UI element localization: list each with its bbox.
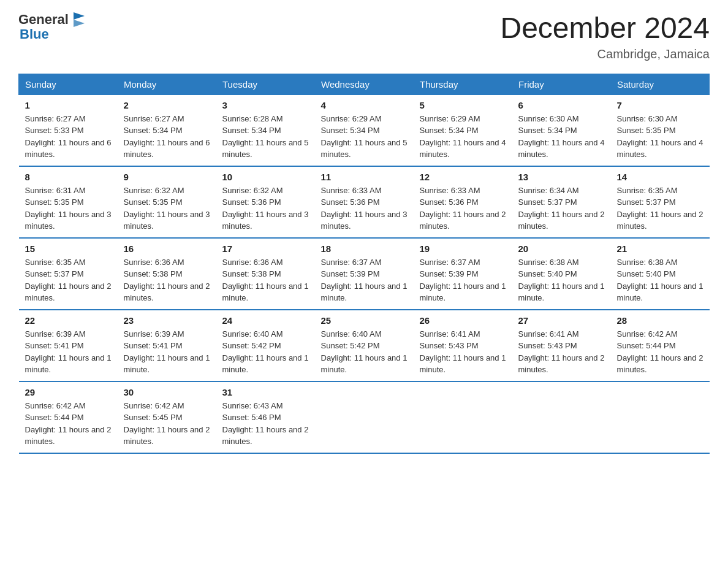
daylight-label: Daylight: 11 hours and 2 minutes. (124, 282, 210, 303)
day-info: Sunrise: 6:40 AM Sunset: 5:42 PM Dayligh… (222, 328, 309, 376)
sunrise-label: Sunrise: 6:28 AM (222, 114, 283, 123)
day-number: 18 (321, 243, 408, 254)
day-number: 29 (25, 387, 112, 397)
svg-marker-1 (74, 20, 85, 27)
table-row: 11 Sunrise: 6:33 AM Sunset: 5:36 PM Dayl… (315, 166, 414, 238)
svg-marker-0 (74, 12, 85, 20)
day-info: Sunrise: 6:36 AM Sunset: 5:38 PM Dayligh… (124, 256, 210, 304)
daylight-label: Daylight: 11 hours and 1 minute. (222, 282, 309, 303)
day-info: Sunrise: 6:41 AM Sunset: 5:43 PM Dayligh… (518, 328, 605, 376)
sunrise-label: Sunrise: 6:36 AM (222, 258, 283, 267)
sunset-label: Sunset: 5:41 PM (124, 341, 183, 350)
sunrise-label: Sunrise: 6:38 AM (617, 258, 678, 267)
calendar-table: Sunday Monday Tuesday Wednesday Thursday… (18, 74, 710, 454)
day-info: Sunrise: 6:37 AM Sunset: 5:39 PM Dayligh… (321, 256, 408, 304)
day-number: 5 (420, 100, 506, 110)
daylight-label: Daylight: 11 hours and 3 minutes. (25, 210, 112, 231)
day-info: Sunrise: 6:37 AM Sunset: 5:39 PM Dayligh… (420, 256, 506, 304)
daylight-label: Daylight: 11 hours and 2 minutes. (518, 353, 605, 375)
day-number: 21 (617, 243, 703, 254)
day-info: Sunrise: 6:39 AM Sunset: 5:41 PM Dayligh… (124, 328, 210, 376)
day-number: 25 (321, 315, 408, 326)
table-row: 25 Sunrise: 6:40 AM Sunset: 5:42 PM Dayl… (315, 310, 414, 381)
table-row: 12 Sunrise: 6:33 AM Sunset: 5:36 PM Dayl… (414, 166, 512, 238)
daylight-label: Daylight: 11 hours and 1 minute. (420, 282, 506, 303)
sunrise-label: Sunrise: 6:34 AM (518, 186, 579, 195)
table-row: 21 Sunrise: 6:38 AM Sunset: 5:40 PM Dayl… (611, 238, 710, 310)
col-sunday: Sunday (19, 74, 118, 94)
sunset-label: Sunset: 5:44 PM (25, 413, 84, 422)
table-row: 3 Sunrise: 6:28 AM Sunset: 5:34 PM Dayli… (216, 94, 315, 166)
day-info: Sunrise: 6:33 AM Sunset: 5:36 PM Dayligh… (321, 185, 408, 232)
col-wednesday: Wednesday (315, 74, 414, 94)
day-info: Sunrise: 6:32 AM Sunset: 5:36 PM Dayligh… (222, 185, 309, 232)
daylight-label: Daylight: 11 hours and 3 minutes. (321, 210, 408, 231)
sunset-label: Sunset: 5:34 PM (222, 126, 281, 135)
sunrise-label: Sunrise: 6:27 AM (25, 114, 86, 123)
daylight-label: Daylight: 11 hours and 6 minutes. (124, 138, 210, 159)
sunset-label: Sunset: 5:43 PM (518, 341, 577, 350)
sunset-label: Sunset: 5:34 PM (518, 126, 577, 135)
sunset-label: Sunset: 5:37 PM (617, 197, 676, 207)
sunrise-label: Sunrise: 6:29 AM (420, 114, 480, 123)
daylight-label: Daylight: 11 hours and 4 minutes. (518, 138, 605, 159)
day-info: Sunrise: 6:38 AM Sunset: 5:40 PM Dayligh… (518, 256, 605, 304)
daylight-label: Daylight: 11 hours and 2 minutes. (617, 210, 703, 231)
sunset-label: Sunset: 5:45 PM (124, 413, 183, 422)
sunset-label: Sunset: 5:42 PM (321, 341, 380, 350)
day-info: Sunrise: 6:36 AM Sunset: 5:38 PM Dayligh… (222, 256, 309, 304)
sunset-label: Sunset: 5:38 PM (124, 269, 183, 278)
calendar-week-row: 29 Sunrise: 6:42 AM Sunset: 5:44 PM Dayl… (19, 381, 710, 453)
sunset-label: Sunset: 5:34 PM (321, 126, 380, 135)
table-row: 2 Sunrise: 6:27 AM Sunset: 5:34 PM Dayli… (118, 94, 216, 166)
sunset-label: Sunset: 5:40 PM (617, 269, 676, 278)
table-row: 20 Sunrise: 6:38 AM Sunset: 5:40 PM Dayl… (512, 238, 611, 310)
day-number: 15 (25, 243, 112, 254)
sunrise-label: Sunrise: 6:27 AM (124, 114, 184, 123)
sunrise-label: Sunrise: 6:29 AM (321, 114, 382, 123)
day-number: 24 (222, 315, 309, 326)
day-number: 8 (25, 172, 112, 182)
day-info: Sunrise: 6:35 AM Sunset: 5:37 PM Dayligh… (617, 185, 703, 232)
daylight-label: Daylight: 11 hours and 2 minutes. (518, 210, 605, 231)
day-number: 3 (222, 100, 309, 110)
sunrise-label: Sunrise: 6:42 AM (124, 401, 184, 410)
day-number: 23 (124, 315, 210, 326)
daylight-label: Daylight: 11 hours and 2 minutes. (617, 353, 703, 375)
day-info: Sunrise: 6:42 AM Sunset: 5:44 PM Dayligh… (25, 400, 112, 448)
table-row: 26 Sunrise: 6:41 AM Sunset: 5:43 PM Dayl… (414, 310, 512, 381)
sunset-label: Sunset: 5:36 PM (222, 197, 281, 207)
sunrise-label: Sunrise: 6:39 AM (124, 329, 184, 339)
day-number: 28 (617, 315, 703, 326)
sunset-label: Sunset: 5:34 PM (420, 126, 479, 135)
col-friday: Friday (512, 74, 611, 94)
sunset-label: Sunset: 5:35 PM (124, 197, 183, 207)
table-row (512, 381, 611, 453)
table-row: 28 Sunrise: 6:42 AM Sunset: 5:44 PM Dayl… (611, 310, 710, 381)
sunset-label: Sunset: 5:42 PM (222, 341, 281, 350)
sunset-label: Sunset: 5:36 PM (321, 197, 380, 207)
daylight-label: Daylight: 11 hours and 1 minute. (518, 282, 605, 303)
day-info: Sunrise: 6:35 AM Sunset: 5:37 PM Dayligh… (25, 256, 112, 304)
sunset-label: Sunset: 5:35 PM (617, 126, 676, 135)
sunset-label: Sunset: 5:36 PM (420, 197, 479, 207)
day-number: 27 (518, 315, 605, 326)
table-row: 10 Sunrise: 6:32 AM Sunset: 5:36 PM Dayl… (216, 166, 315, 238)
daylight-label: Daylight: 11 hours and 1 minute. (321, 353, 408, 375)
daylight-label: Daylight: 11 hours and 5 minutes. (222, 138, 309, 159)
daylight-label: Daylight: 11 hours and 6 minutes. (25, 138, 112, 159)
day-number: 2 (124, 100, 210, 110)
day-info: Sunrise: 6:43 AM Sunset: 5:46 PM Dayligh… (222, 400, 309, 448)
month-title: December 2024 (500, 12, 710, 45)
page-header: General Blue December 2024 Cambridge, Ja… (18, 12, 710, 61)
day-info: Sunrise: 6:31 AM Sunset: 5:35 PM Dayligh… (25, 185, 112, 232)
day-info: Sunrise: 6:42 AM Sunset: 5:45 PM Dayligh… (124, 400, 210, 448)
calendar-week-row: 15 Sunrise: 6:35 AM Sunset: 5:37 PM Dayl… (19, 238, 710, 310)
day-info: Sunrise: 6:32 AM Sunset: 5:35 PM Dayligh… (124, 185, 210, 232)
daylight-label: Daylight: 11 hours and 2 minutes. (124, 425, 210, 446)
sunset-label: Sunset: 5:40 PM (518, 269, 577, 278)
sunrise-label: Sunrise: 6:35 AM (25, 258, 86, 267)
table-row: 4 Sunrise: 6:29 AM Sunset: 5:34 PM Dayli… (315, 94, 414, 166)
calendar-header-row: Sunday Monday Tuesday Wednesday Thursday… (19, 74, 710, 94)
calendar-week-row: 8 Sunrise: 6:31 AM Sunset: 5:35 PM Dayli… (19, 166, 710, 238)
